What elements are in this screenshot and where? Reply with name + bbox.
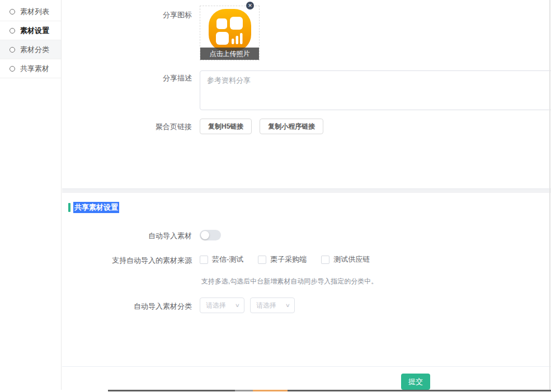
import-category-selects: 请选择 ∨ 请选择 ∨: [200, 297, 295, 313]
submit-button[interactable]: 提交: [401, 374, 430, 390]
checkbox-icon[interactable]: [321, 256, 329, 264]
app-window: 素材列表 素材设置 素材分类 共享素材 分享图标: [0, 0, 551, 392]
agg-link-label: 聚合页链接: [62, 122, 192, 131]
copy-miniprogram-link-button[interactable]: 复制小程序链接: [260, 119, 323, 134]
auto-import-toggle[interactable]: [200, 230, 221, 240]
chevron-down-icon: ∨: [285, 303, 290, 308]
main-content: 分享图标: [62, 0, 551, 390]
sidebar: 素材列表 素材设置 素材分类 共享素材: [0, 0, 62, 390]
radio-circle-icon: [10, 66, 15, 72]
select-placeholder: 请选择: [256, 301, 276, 310]
section-divider: [62, 188, 551, 193]
app-grid-chart-icon: [209, 9, 251, 54]
category-select-level2[interactable]: 请选择 ∨: [250, 297, 295, 313]
checkbox-icon[interactable]: [258, 256, 266, 264]
form-footer: 提交: [62, 366, 551, 390]
share-desc-label: 分享描述: [62, 74, 192, 82]
sidebar-item-material-settings[interactable]: 素材设置: [0, 21, 61, 40]
import-sources-hint: 支持多选,勾选后中台新增素材自动同步导入指定的分类中。: [201, 277, 378, 286]
checkbox-icon[interactable]: [200, 256, 208, 264]
horizontal-scrollbar-thumb[interactable]: [108, 390, 551, 391]
section-accent-bar: [68, 203, 70, 212]
radio-circle-icon: [10, 47, 15, 53]
horizontal-scrollbar-segment: [235, 390, 253, 391]
vertical-scrollbar-track[interactable]: [549, 0, 550, 390]
source-checkbox-lizi-procurement[interactable]: 栗子采购端: [258, 254, 307, 265]
sidebar-item-material-category[interactable]: 素材分类: [0, 40, 61, 59]
checkbox-label: 芸信-测试: [212, 254, 243, 265]
share-icon-uploader[interactable]: 点击上传照片 ✕: [200, 6, 260, 60]
checkbox-label: 栗子采购端: [270, 254, 307, 265]
select-placeholder: 请选择: [206, 301, 226, 310]
sidebar-item-label: 素材分类: [20, 45, 49, 55]
source-checkbox-test-supplychain[interactable]: 测试供应链: [321, 254, 370, 265]
upload-overlay-label[interactable]: 点击上传照片: [200, 48, 259, 60]
sidebar-item-label: 素材列表: [20, 7, 49, 17]
remove-image-icon[interactable]: ✕: [246, 2, 254, 10]
radio-circle-icon: [10, 9, 15, 15]
auto-import-label: 自动导入素材: [62, 232, 192, 240]
checkbox-label: 测试供应链: [333, 254, 370, 265]
source-checkbox-yunxin-test[interactable]: 芸信-测试: [200, 254, 243, 265]
share-icon-label: 分享图标: [62, 11, 192, 19]
import-sources-group: 芸信-测试 栗子采购端 测试供应链: [200, 254, 370, 265]
sidebar-item-label: 素材设置: [20, 26, 49, 36]
section-header: 共享素材设置: [68, 202, 119, 213]
horizontal-scrollbar-orange-segment: [253, 390, 288, 391]
section-title-selected-text: 共享素材设置: [73, 202, 119, 213]
import-sources-label: 支持自动导入的素材来源: [62, 256, 192, 265]
share-desc-textarea[interactable]: [200, 70, 551, 110]
category-select-level1[interactable]: 请选择 ∨: [200, 297, 244, 313]
toggle-knob: [201, 231, 209, 239]
radio-circle-icon: [10, 28, 15, 34]
agg-link-buttons: 复制H5链接 复制小程序链接: [200, 119, 323, 134]
import-category-label: 自动导入素材分类: [62, 302, 192, 310]
chevron-down-icon: ∨: [235, 303, 240, 308]
sidebar-item-label: 共享素材: [20, 64, 49, 74]
sidebar-item-shared-material[interactable]: 共享素材: [0, 59, 61, 78]
sidebar-item-material-list[interactable]: 素材列表: [0, 2, 61, 21]
copy-h5-link-button[interactable]: 复制H5链接: [200, 119, 252, 134]
